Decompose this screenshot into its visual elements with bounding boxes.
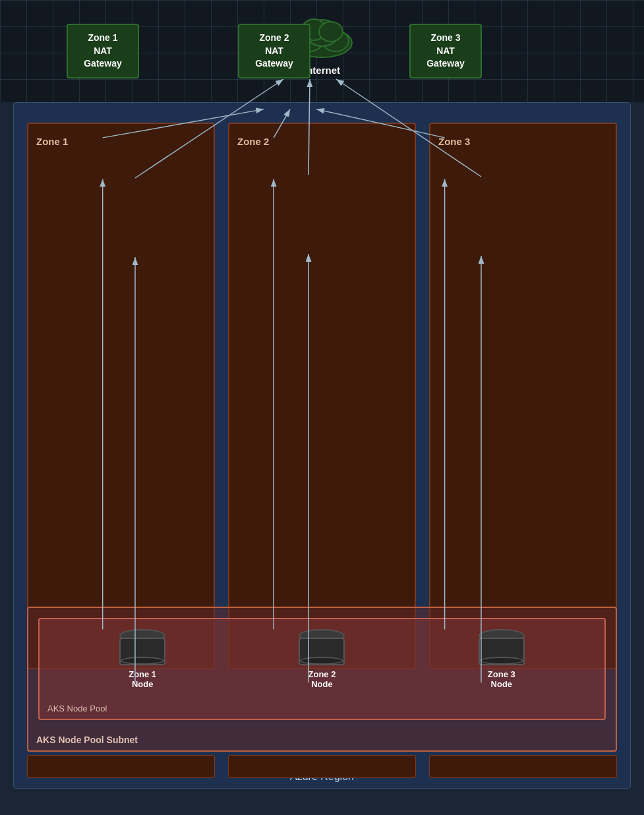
zone2-nat-label-line3: Gateway bbox=[255, 58, 293, 69]
zone2-node-label-line1: Zone 2 bbox=[299, 669, 345, 679]
zone3-label: Zone 3 bbox=[430, 131, 616, 152]
zone3-node-label-line1: Zone 3 bbox=[479, 669, 525, 679]
zone2-node-cylinder bbox=[299, 629, 345, 665]
aks-subnet-label: AKS Node Pool Subnet bbox=[36, 735, 138, 745]
zone3-nat-label-line1: Zone 3 bbox=[430, 32, 460, 43]
cylinder-body bbox=[119, 638, 165, 665]
zone3-node-cylinder bbox=[479, 629, 525, 665]
zone1-label: Zone 1 bbox=[28, 131, 214, 152]
cylinder-bottom bbox=[121, 657, 164, 665]
zone1-nat-label-line1: Zone 1 bbox=[88, 32, 117, 43]
zone1-nat-label-line3: Gateway bbox=[84, 58, 122, 69]
zones-container: Zone 1 Zone 2 Zone 3 bbox=[27, 123, 617, 669]
nodes-row: Zone 1 Node Zone 2 Node bbox=[40, 619, 604, 689]
cylinder-bottom bbox=[480, 657, 523, 665]
cylinder-body bbox=[479, 638, 525, 665]
zone2-column: Zone 2 bbox=[228, 123, 416, 669]
cylinder-body bbox=[299, 638, 345, 665]
zone1-column: Zone 1 bbox=[27, 123, 215, 669]
zone2-node-label-line2: Node bbox=[299, 679, 345, 689]
bottom-zone1-box bbox=[27, 755, 215, 778]
svg-point-5 bbox=[319, 22, 343, 42]
zone3-nat-label-line3: Gateway bbox=[426, 58, 465, 69]
cylinder-bottom bbox=[300, 657, 343, 665]
zone1-node: Zone 1 Node bbox=[119, 629, 165, 689]
zone1-node-label-line2: Node bbox=[119, 679, 165, 689]
zone2-nat-label-line2: NAT bbox=[265, 45, 283, 56]
bottom-zone3-box bbox=[429, 755, 617, 778]
zone3-nat-gateway: Zone 3 NAT Gateway bbox=[409, 24, 482, 78]
aks-subnet: AKS Node Pool Subnet Zone 1 Node bbox=[27, 607, 617, 752]
zone3-node: Zone 3 Node bbox=[479, 629, 525, 689]
zone1-node-label-line1: Zone 1 bbox=[119, 669, 165, 679]
bottom-zones bbox=[27, 755, 617, 778]
bottom-zone2-box bbox=[228, 755, 416, 778]
zone1-node-cylinder bbox=[119, 629, 165, 665]
zone1-nat-gateway: Zone 1 NAT Gateway bbox=[67, 24, 139, 78]
zone2-label: Zone 2 bbox=[229, 131, 415, 152]
aks-nodepool-label: AKS Node Pool bbox=[47, 704, 107, 713]
zone2-node: Zone 2 Node bbox=[299, 629, 345, 689]
zone3-nat-label-line2: NAT bbox=[436, 45, 455, 56]
zone3-node-label-line2: Node bbox=[479, 679, 525, 689]
zone2-nat-gateway: Zone 2 NAT Gateway bbox=[238, 24, 310, 78]
zone3-column: Zone 3 bbox=[429, 123, 617, 669]
aks-nodepool: Zone 1 Node Zone 2 Node bbox=[38, 618, 606, 720]
zone1-nat-label-line2: NAT bbox=[94, 45, 112, 56]
azure-region-container: Azure Region Zone 1 NAT Gateway Zone 2 N… bbox=[13, 102, 631, 789]
zone2-nat-label-line1: Zone 2 bbox=[259, 32, 289, 43]
